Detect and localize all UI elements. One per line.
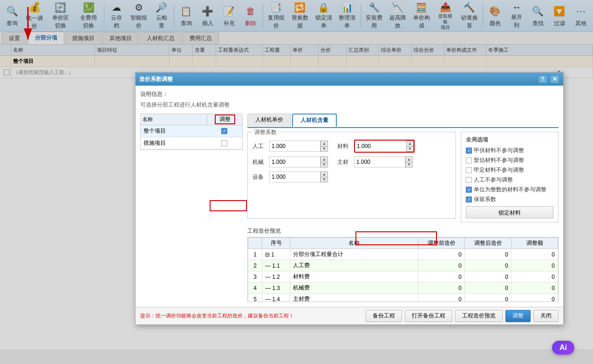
spin-down-machinery[interactable]: ▼ — [321, 162, 327, 168]
option-keep-coeff-label: 保留系数 — [474, 195, 496, 203]
preview-section: 工程造价预览 序号 名称 调整前造价 调整后造价 调整额 — [247, 227, 559, 302]
checkbox-keep-coeff[interactable]: ✓ — [466, 196, 472, 202]
modal-left-header: 名称 调整 — [141, 114, 242, 125]
coeff-spin-labor[interactable]: ▲ ▼ — [320, 141, 328, 152]
modal-titlebar-buttons: ? ✕ — [538, 75, 559, 83]
spin-down-material[interactable]: ▼ — [407, 147, 413, 152]
checkbox-jiading[interactable] — [466, 167, 472, 173]
coeff-input-labor[interactable] — [269, 141, 320, 152]
modal-tab-quantity[interactable]: 人材机含量 — [292, 114, 337, 127]
coeff-section: 调整系数 人工 ▲ ▼ 材料 — [247, 132, 456, 219]
modal-left-row-1[interactable]: 整个项目 ✓ — [141, 125, 242, 137]
spin-down-labor[interactable]: ▼ — [321, 147, 327, 152]
option-jiagong-label: 甲供材料不参与调整 — [474, 147, 524, 155]
footer-hint: 提示：统一调价功能将会改变当前工程的造价，建议备份当前工程！ — [140, 312, 294, 319]
lock-material-button[interactable]: 锁定材料 — [466, 206, 553, 218]
preview-row: 3 — 1.2 材料费 0 0 0 — [248, 271, 558, 283]
preview-row-name: 分部分项工程量合计 — [290, 249, 418, 260]
preview-row-seq: — 1.2 — [262, 271, 290, 283]
spin-up-machinery[interactable]: ▲ — [321, 157, 327, 162]
preview-scroll[interactable]: 序号 名称 调整前造价 调整后造价 调整额 1 ⊟ 1 分部分项工程量合计 0 … — [247, 237, 559, 302]
row1-checkbox[interactable]: ✓ — [221, 128, 227, 134]
coeff-row-equipment: 设备 ▲ ▼ — [252, 171, 451, 182]
coeff-spin-equipment[interactable]: ▲ ▼ — [320, 171, 328, 182]
modal-body: 说明信息： 可选择分部工程进行人材机含量调整 名称 调整 整个项目 ✓ 措施项目 — [136, 86, 563, 307]
coeff-input-machinery[interactable] — [269, 156, 320, 168]
preview-row: 2 — 1.1 人工费 0 0 0 — [248, 260, 558, 271]
modal-titlebar: 造价系数调整 ? ✕ — [136, 73, 563, 86]
btn-backup[interactable]: 备份工程 — [366, 310, 402, 322]
left-row2-check[interactable] — [206, 140, 242, 146]
spin-up-labor[interactable]: ▲ — [321, 141, 327, 147]
option-integer: ✓ 单位为整数的材料不参与调整 — [466, 186, 553, 194]
spin-up-material[interactable]: ▲ — [407, 141, 413, 147]
preview-row-before: 0 — [418, 271, 465, 283]
coeff-label-machinery: 机械 — [252, 158, 269, 166]
coeff-input-equipment[interactable] — [269, 171, 320, 182]
preview-row-name: 材料费 — [290, 271, 418, 283]
coeff-row-machinery-mainmat: 机械 ▲ ▼ 主材 ▲ — [252, 156, 451, 168]
left-row1-name: 整个项目 — [141, 127, 206, 135]
option-labor-exclude: 人工不参与调整 — [466, 176, 553, 184]
coeff-input-material-wrap: ▲ ▼ — [354, 140, 415, 153]
checkbox-zangu[interactable] — [466, 157, 472, 163]
preview-row-diff: 0 — [511, 294, 558, 303]
modal-footer: 提示：统一调价功能将会改变当前工程的造价，建议备份当前工程！ 备份工程 打开备份… — [136, 307, 563, 324]
preview-row-num: 4 — [248, 283, 262, 294]
preview-row-before: 0 — [418, 294, 465, 303]
btn-preview[interactable]: 工程造价预览 — [455, 310, 503, 322]
preview-row-diff: 0 — [511, 271, 558, 283]
spin-up-mainmat[interactable]: ▲ — [406, 157, 412, 162]
spin-down-mainmat[interactable]: ▼ — [406, 162, 412, 168]
preview-row-before: 0 — [418, 283, 465, 294]
footer-left: 提示：统一调价功能将会改变当前工程的造价，建议备份当前工程！ — [140, 312, 294, 319]
option-integer-label: 单位为整数的材料不参与调整 — [474, 186, 546, 194]
coeff-input-machinery-wrap: ▲ ▼ — [269, 156, 328, 168]
modal-left-panel: 名称 调整 整个项目 ✓ 措施项目 — [140, 114, 243, 150]
coeff-input-equipment-wrap: ▲ ▼ — [269, 171, 328, 182]
modal-sub-desc: 可选择分部工程进行人材机含量调整 — [140, 101, 559, 109]
preview-row-after: 0 — [465, 294, 511, 303]
preview-th-diff: 调整额 — [511, 238, 558, 249]
left-th-name: 名称 — [141, 114, 207, 125]
modal-help-button[interactable]: ? — [538, 75, 547, 83]
left-row1-check[interactable]: ✓ — [206, 128, 242, 134]
modal-close-button[interactable]: ✕ — [550, 75, 559, 83]
global-options-title: 全局选项 — [466, 136, 553, 144]
preview-row-diff: 0 — [511, 249, 558, 260]
preview-row-num: 3 — [248, 271, 262, 283]
checkbox-jiagong[interactable]: ✓ — [466, 148, 472, 154]
preview-row-seq: ⊟ 1 — [262, 249, 290, 260]
coeff-title: 调整系数 — [252, 128, 279, 136]
btn-close[interactable]: 关闭 — [533, 310, 559, 322]
coeff-label-material: 材料 — [337, 142, 354, 150]
btn-open-backup[interactable]: 打开备份工程 — [405, 310, 452, 322]
preview-row: 1 ⊟ 1 分部分项工程量合计 0 0 0 — [248, 249, 558, 260]
preview-row-name: 主材费 — [290, 294, 418, 303]
btn-adjust[interactable]: 调整 — [505, 310, 531, 322]
preview-row-after: 0 — [465, 271, 511, 283]
preview-th-name: 名称 — [290, 238, 418, 249]
row2-checkbox[interactable] — [221, 140, 227, 146]
preview-row-seq: — 1.4 — [262, 294, 290, 303]
preview-row-diff: 0 — [511, 260, 558, 271]
coeff-spin-material[interactable]: ▲ ▼ — [406, 141, 414, 152]
preview-row: 4 — 1.3 机械费 0 0 0 — [248, 283, 558, 294]
preview-row-after: 0 — [465, 249, 511, 260]
coeff-spin-machinery[interactable]: ▲ ▼ — [320, 156, 328, 168]
checkbox-integer[interactable]: ✓ — [466, 187, 472, 193]
coeff-spin-mainmat[interactable]: ▲ ▼ — [405, 156, 413, 168]
spin-down-equipment[interactable]: ▼ — [321, 177, 327, 182]
spin-up-equipment[interactable]: ▲ — [321, 172, 327, 177]
preview-row-before: 0 — [418, 249, 465, 260]
modal-sub-tabs: 人材机单价 人材机含量 — [247, 114, 559, 128]
option-labor-label: 人工不参与调整 — [474, 176, 513, 184]
coeff-input-material[interactable] — [355, 141, 406, 152]
coeff-input-mainmat[interactable] — [354, 156, 405, 168]
modal-left-row-2[interactable]: 措施项目 — [141, 137, 242, 149]
preview-row-num: 1 — [248, 249, 262, 260]
checkbox-labor-exclude[interactable] — [466, 177, 472, 183]
ai-badge[interactable]: Ai — [552, 341, 574, 355]
modal-tab-unit-price[interactable]: 人材机单价 — [247, 114, 291, 127]
option-jiading-label: 甲定材料不参与调整 — [474, 166, 524, 174]
